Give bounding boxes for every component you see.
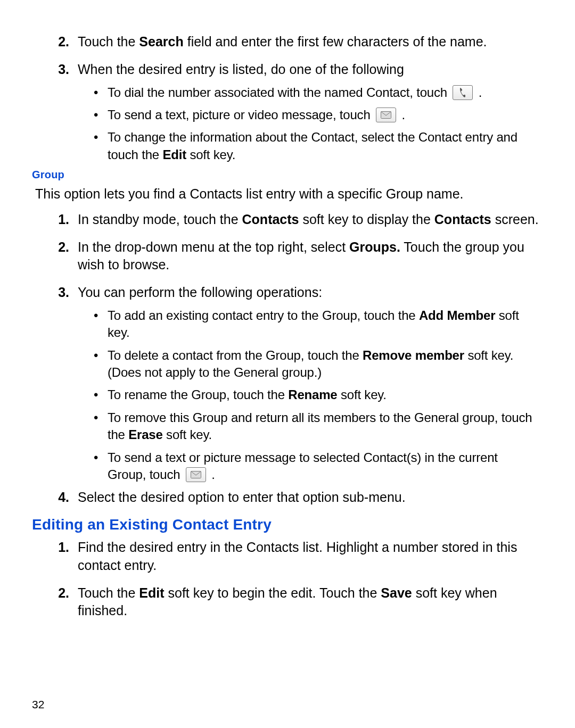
text: In the drop-down menu at the top right, … [78, 239, 349, 254]
step-body: You can perform the following operations… [78, 284, 543, 302]
step-number: 4. [32, 489, 78, 507]
manual-page: 2. Touch the Search field and enter the … [0, 0, 575, 728]
step-a3: 3. When the desired entry is listed, do … [32, 61, 543, 79]
step-number: 2. [32, 238, 78, 257]
step-number: 2. [32, 584, 78, 602]
bullet-list: To add an existing contact entry to the … [94, 307, 532, 484]
list-item: To add an existing contact entry to the … [94, 307, 532, 342]
step-a2: 2. Touch the Search field and enter the … [32, 33, 543, 51]
step-number: 3. [32, 61, 78, 79]
bold: Remove member [363, 348, 464, 362]
list-item: To dial the number associated with the n… [94, 84, 532, 101]
bold: Contacts [242, 212, 299, 227]
step-body: Find the desired entry in the Contacts l… [78, 539, 543, 575]
text: soft key to begin the edit. Touch the [165, 585, 381, 600]
text: To delete a contact from the Group, touc… [108, 348, 363, 362]
text: field and enter the first few characters… [184, 34, 487, 49]
bold: Contacts [434, 212, 491, 227]
step-e1: 1. Find the desired entry in the Contact… [32, 539, 543, 575]
text: . [479, 85, 482, 100]
step-body: Touch the Search field and enter the fir… [78, 33, 543, 51]
text: . [211, 467, 215, 482]
step-g3: 3. You can perform the following operati… [32, 284, 543, 302]
text: To send a text or picture message to sel… [108, 450, 498, 482]
bold: Edit [162, 147, 186, 162]
page-number: 32 [32, 698, 44, 711]
step-body: Touch the Edit soft key to begin the edi… [78, 584, 543, 621]
envelope-icon [186, 467, 206, 482]
text: To add an existing contact entry to the … [108, 308, 419, 322]
bold: Add Member [419, 308, 495, 322]
paragraph: This option lets you find a Contacts lis… [35, 185, 543, 203]
bold: Groups. [349, 239, 400, 254]
list-item: To send a text, picture or video message… [94, 106, 532, 123]
bold: Edit [139, 585, 164, 600]
text: In standby mode, touch the [78, 212, 242, 227]
step-g2: 2. In the drop-down menu at the top righ… [32, 238, 543, 275]
list-item: To send a text or picture message to sel… [94, 449, 532, 484]
text: screen. [491, 212, 539, 227]
step-number: 1. [32, 539, 78, 557]
bold: Search [139, 34, 183, 49]
step-number: 3. [32, 284, 78, 302]
text: Touch the [78, 34, 139, 49]
list-item: To rename the Group, touch the Rename so… [94, 386, 532, 403]
step-g1: 1. In standby mode, touch the Contacts s… [32, 211, 543, 229]
bullet-list: To dial the number associated with the n… [94, 84, 532, 164]
text: soft key to display the [299, 212, 434, 227]
list-item: To delete a contact from the Group, touc… [94, 347, 532, 382]
text: To send a text, picture or video message… [108, 107, 374, 122]
step-e2: 2. Touch the Edit soft key to begin the … [32, 584, 543, 621]
heading-group: Group [32, 169, 543, 181]
bold: Erase [128, 427, 162, 442]
text: soft key. [338, 387, 387, 402]
text: soft key. [186, 147, 235, 162]
step-body: When the desired entry is listed, do one… [78, 61, 543, 79]
text: To dial the number associated with the n… [108, 85, 450, 100]
phone-icon [453, 85, 473, 100]
text: Touch the [78, 585, 139, 600]
list-item: To remove this Group and return all its … [94, 409, 532, 444]
envelope-icon [376, 107, 396, 122]
step-body: In the drop-down menu at the top right, … [78, 238, 543, 275]
step-body: In standby mode, touch the Contacts soft… [78, 211, 543, 229]
step-g4: 4. Select the desired option to enter th… [32, 489, 543, 507]
step-number: 2. [32, 33, 78, 51]
bold: Save [381, 585, 412, 600]
text: To rename the Group, touch the [108, 387, 288, 402]
text: . [401, 107, 405, 122]
bold: Rename [288, 387, 337, 402]
step-number: 1. [32, 211, 78, 229]
heading-editing: Editing an Existing Contact Entry [32, 516, 543, 533]
text: soft key. [163, 427, 212, 442]
step-body: Select the desired option to enter that … [78, 489, 543, 507]
list-item: To change the information about the Cont… [94, 129, 532, 163]
